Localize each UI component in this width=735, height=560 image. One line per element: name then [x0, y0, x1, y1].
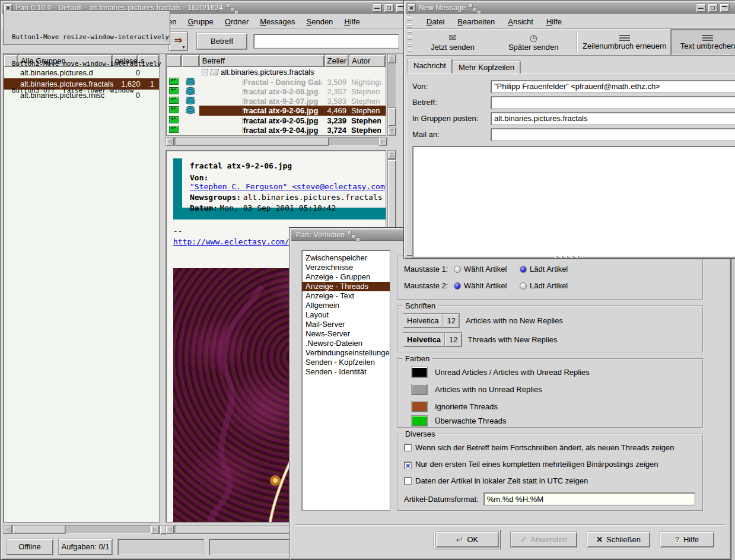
prefs-nav-item[interactable]: Anzeige - Gruppen: [302, 272, 390, 282]
headers-hscroll-thumb[interactable]: [175, 137, 329, 146]
wrap-toggle-button[interactable]: Text umbrechen: [670, 29, 735, 56]
color-swatch[interactable]: [411, 401, 428, 412]
newsgroups-input[interactable]: [491, 112, 735, 125]
prefs-nav-item[interactable]: News-Server: [302, 329, 390, 339]
apply-button[interactable]: ✔ Anwenden: [510, 532, 577, 548]
checkbox-unchecked-icon[interactable]: [404, 477, 412, 485]
menu-datei[interactable]: Datei: [427, 15, 444, 28]
article-row[interactable]: ┊ Fractal - Dancing Galaxy 3,509 Nightin…: [166, 77, 386, 87]
mouse1-opt1-label[interactable]: Wählt Artikel: [464, 265, 507, 273]
ok-button[interactable]: ↵ OK: [435, 532, 499, 548]
article-row[interactable]: ┊ fractal atx-9-2-05.jpg 3,239 Stephen C: [166, 116, 386, 125]
group-scroll-right[interactable]: ▷: [151, 525, 160, 534]
date-format-input[interactable]: [483, 492, 695, 505]
collapse-icon[interactable]: −: [202, 69, 208, 75]
article-row[interactable]: ┊ fractal atx-9-2-04.jpg 3,724 Stephen C: [166, 125, 386, 135]
send-now-button[interactable]: ✉ Jetzt senden: [414, 29, 491, 56]
from-input[interactable]: [491, 80, 735, 93]
prefs-nav-item[interactable]: .Newsrc-Dateien: [302, 339, 390, 348]
close-icon[interactable]: ✕: [407, 4, 416, 12]
close-button[interactable]: ✕ Schließen: [587, 532, 650, 548]
hdr-col-lines[interactable]: Zeiler: [324, 55, 349, 67]
font-picker-button[interactable]: Helvetica 12: [403, 313, 460, 328]
prefs-nav-item[interactable]: Senden - Identität: [302, 367, 390, 377]
prefs-nav-item[interactable]: Allgemein: [302, 301, 390, 310]
menu-hilfe[interactable]: Hilfe: [344, 15, 359, 28]
menu-hilfe[interactable]: Hilfe: [546, 15, 562, 28]
radio-checked-icon[interactable]: [520, 266, 527, 273]
font-picker-button[interactable]: Helvetica 12: [403, 332, 462, 347]
message-body-textarea[interactable]: [412, 146, 735, 257]
menu-messages[interactable]: Messages: [260, 15, 295, 28]
filter-input[interactable]: [253, 34, 399, 49]
article-row-selected[interactable]: ┊ fractal atx-9-2-06.jpg 4,469 Stephen C: [166, 106, 386, 116]
task-manager-button[interactable]: Aufgaben: 0/1: [58, 539, 113, 555]
compose-titlebar[interactable]: ✕ New Message: [406, 2, 735, 14]
filter-field-button[interactable]: Betreff: [196, 33, 247, 50]
article-row[interactable]: ┊ fractal atx-9-2-08.jpg 2,357 Stephen C: [166, 87, 386, 96]
maximize-button[interactable]: [708, 4, 718, 12]
hdr-col-icon2[interactable]: [182, 55, 199, 67]
color-swatch[interactable]: [411, 384, 428, 395]
radio-checked-icon[interactable]: [454, 282, 461, 289]
mailto-input[interactable]: [491, 128, 735, 141]
tab-mehr-kopfzeilen[interactable]: Mehr Kopfzeilen: [452, 61, 521, 75]
headers-scroll-right[interactable]: ▷: [378, 137, 387, 146]
prefs-nav-item[interactable]: Anzeige - Text: [302, 291, 390, 301]
body-scroll-up[interactable]: △: [387, 150, 396, 159]
minimize-button[interactable]: [372, 4, 382, 12]
checkbox-unchecked-icon[interactable]: [404, 444, 412, 451]
offline-indicator[interactable]: Offline: [6, 539, 53, 555]
mouse2-opt2-label[interactable]: Lädt Artikel: [530, 281, 568, 290]
help-button[interactable]: ? Hilfe: [660, 532, 714, 548]
prefs-nav-item[interactable]: Verzeichnisse: [302, 263, 390, 272]
menu-senden[interactable]: Senden: [307, 15, 333, 28]
hdr-col-subject[interactable]: Betreff: [199, 55, 324, 67]
body-url-link[interactable]: http://www.eclectasy.com/Ite: [173, 237, 303, 246]
body-scroll-left[interactable]: ◁: [166, 525, 174, 534]
headers-scroll-left[interactable]: ◁: [166, 137, 174, 146]
send-later-button[interactable]: ◷ Später senden: [491, 29, 575, 56]
minimize-button[interactable]: [696, 4, 706, 12]
menu-gruppe[interactable]: Gruppe: [187, 15, 213, 28]
resize-grip-dots[interactable]: [555, 256, 583, 258]
rewrap-button[interactable]: Zeilenumbruch erneuern: [578, 29, 670, 56]
thread-root-row[interactable]: − alt.binaries.pictures.fractals: [166, 67, 386, 77]
toolbar-grip[interactable]: [408, 31, 412, 53]
menubar-grip[interactable]: [407, 15, 412, 28]
headers-vscroll-thumb[interactable]: [387, 107, 396, 126]
prefs-nav-item-selected[interactable]: Anzeige - Threads: [302, 282, 390, 291]
checkbox-checked-icon[interactable]: ✕: [404, 462, 412, 469]
color-swatch[interactable]: [411, 367, 428, 378]
mouse2-opt1-label[interactable]: Wählt Artikel: [464, 281, 507, 290]
article-subject: fractal atx-9-2-06.jpg: [241, 106, 322, 115]
tab-nachricht[interactable]: Nachricht: [407, 59, 453, 75]
prefs-nav-item[interactable]: Mail-Server: [302, 320, 390, 329]
hdr-col-author[interactable]: Autor: [349, 55, 386, 67]
maximize-button[interactable]: [384, 4, 394, 12]
group-scroll-left[interactable]: ◁: [3, 525, 12, 534]
radio-unchecked-icon[interactable]: [454, 266, 461, 273]
thread-filter-button[interactable]: ⇒ ▼: [168, 31, 188, 51]
prefs-nav-item[interactable]: Layout: [302, 310, 390, 320]
misc-groupbox: Diverses Wenn sich der Betreff beim Fort…: [397, 434, 704, 511]
group-hscroll-thumb[interactable]: [12, 525, 66, 534]
radio-unchecked-icon[interactable]: [520, 282, 527, 289]
misc-checkbox-label[interactable]: Nur den ersten Teil eines kompletten meh…: [415, 460, 658, 469]
mouse1-opt2-label[interactable]: Lädt Artikel: [530, 265, 568, 273]
color-swatch[interactable]: [411, 415, 428, 427]
prefs-nav-item[interactable]: Senden - Kopfzeilen: [302, 358, 390, 367]
menu-ordner[interactable]: Ordner: [225, 15, 249, 28]
shade-button[interactable]: [720, 4, 730, 12]
prefs-nav-item[interactable]: Verbindungseinstellungen: [302, 348, 390, 358]
from-address-link[interactable]: "Stephen C. Ferguson" <steve@eclectasy.c…: [190, 182, 385, 191]
misc-checkbox-label[interactable]: Wenn sich der Betreff beim Fortschreiben…: [415, 443, 674, 452]
headers-scroll-up[interactable]: △: [387, 54, 396, 63]
menu-ansicht[interactable]: Ansicht: [508, 15, 533, 28]
misc-checkbox-label[interactable]: Daten der Artikel in lokaler Zeit statt …: [415, 476, 588, 485]
prefs-nav-item[interactable]: Zwischenspeicher: [302, 253, 390, 263]
headers-scroll-down[interactable]: ▽: [387, 127, 396, 136]
subject-input[interactable]: [491, 96, 735, 109]
menu-bearbeiten[interactable]: Bearbeiten: [457, 15, 495, 28]
article-row[interactable]: ┊ fractal atx-9-2-07.jpg 3,583 Stephen C: [166, 96, 386, 106]
